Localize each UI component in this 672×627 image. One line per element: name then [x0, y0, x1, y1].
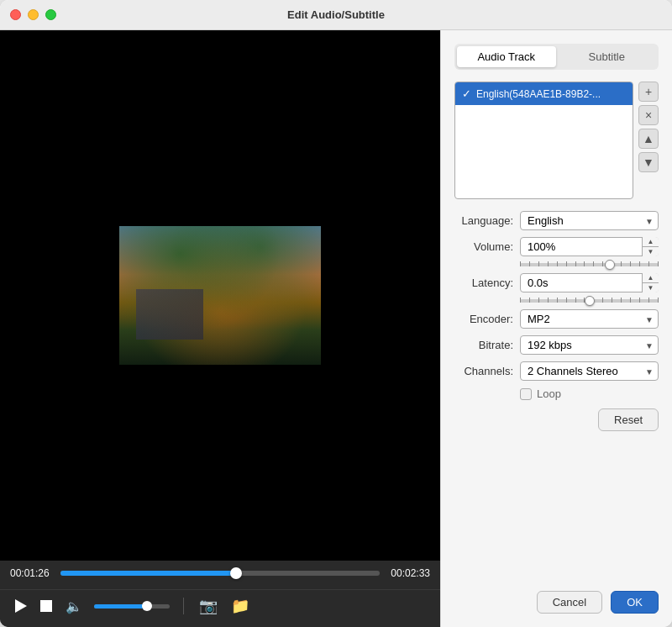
tick: [630, 261, 631, 266]
tick: [529, 298, 530, 303]
cancel-button[interactable]: Cancel: [537, 591, 602, 614]
track-list-container: ✓ English(548AAE1B-89B2-... + × ▲ ▼: [454, 82, 659, 199]
track-label: English(548AAE1B-89B2-...: [476, 88, 601, 100]
volume-spinner-arrows: ▲ ▼: [642, 237, 659, 256]
screenshot-button[interactable]: 📷: [197, 595, 219, 617]
reset-button[interactable]: Reset: [598, 408, 659, 431]
latency-row: Latency: 0.0s ▲ ▼: [454, 273, 659, 292]
move-track-down-button[interactable]: ▼: [638, 152, 659, 172]
reset-area: Reset: [454, 408, 659, 431]
latency-slider-row: [454, 299, 659, 303]
channels-row: Channels: Mono 2 Channels Stereo 5.1 Sur…: [454, 361, 659, 381]
add-track-button[interactable]: +: [638, 82, 659, 102]
channels-select-wrapper: Mono 2 Channels Stereo 5.1 Surround ▼: [520, 361, 659, 381]
loop-label: Loop: [537, 387, 561, 400]
progress-area: 00:01:26 00:02:33: [0, 561, 440, 589]
bitrate-label: Bitrate:: [454, 339, 513, 351]
volume-fill: [94, 604, 147, 609]
channels-label: Channels:: [454, 365, 513, 377]
track-checkmark: ✓: [462, 87, 471, 100]
volume-label: Volume:: [454, 240, 513, 253]
tick: [538, 261, 539, 266]
bitrate-select-wrapper: 128 kbps 192 kbps 256 kbps 320 kbps ▼: [520, 335, 659, 355]
tick: [566, 261, 567, 266]
tick: [630, 298, 631, 303]
window-controls: [10, 9, 56, 20]
bitrate-select[interactable]: 128 kbps 192 kbps 256 kbps 320 kbps: [520, 335, 659, 355]
video-panel: 00:01:26 00:02:33 🔈: [0, 30, 440, 627]
tick: [658, 261, 659, 266]
tick: [520, 298, 521, 303]
play-button[interactable]: [13, 598, 29, 614]
latency-down-arrow[interactable]: ▼: [643, 283, 659, 292]
latency-slider-track[interactable]: [520, 299, 659, 303]
tick: [520, 261, 521, 266]
current-time: 00:01:26: [10, 567, 52, 579]
video-area: [0, 30, 440, 561]
minimize-button[interactable]: [28, 9, 39, 20]
channels-select[interactable]: Mono 2 Channels Stereo 5.1 Surround: [520, 361, 659, 381]
stop-button[interactable]: [39, 598, 54, 614]
title-bar: Edit Audio/Subtitle: [0, 0, 672, 30]
maximize-button[interactable]: [45, 9, 56, 20]
latency-input[interactable]: 0.0s: [520, 273, 659, 292]
latency-up-arrow[interactable]: ▲: [643, 273, 659, 283]
latency-spinner-arrows: ▲ ▼: [642, 273, 659, 292]
volume-slider-thumb[interactable]: [605, 260, 615, 270]
tick: [639, 261, 640, 266]
tab-subtitle[interactable]: Subtitle: [558, 46, 657, 67]
right-panel: Audio Track Subtitle ✓ English(548AAE1B-…: [440, 30, 672, 627]
progress-thumb[interactable]: [230, 567, 242, 579]
volume-spinner-wrapper: 100% ▲ ▼: [520, 237, 659, 256]
tick: [557, 298, 558, 303]
volume-thumb[interactable]: [142, 601, 152, 611]
language-label: Language:: [454, 214, 513, 227]
total-time: 00:02:33: [388, 567, 430, 579]
tick: [621, 261, 622, 266]
camera-icon: 📷: [199, 597, 218, 615]
latency-slider-thumb[interactable]: [585, 296, 595, 306]
volume-slider-row: [454, 263, 659, 266]
ok-button[interactable]: OK: [611, 591, 659, 614]
progress-track[interactable]: [60, 571, 380, 576]
bitrate-row: Bitrate: 128 kbps 192 kbps 256 kbps 320 …: [454, 335, 659, 355]
language-select-wrapper: English French Spanish German ▼: [520, 211, 659, 230]
latency-label: Latency:: [454, 277, 513, 289]
bottom-buttons: Cancel OK: [454, 582, 659, 614]
tab-bar: Audio Track Subtitle: [454, 44, 659, 70]
encoder-select-wrapper: MP2 AAC MP3 AC3 ▼: [520, 309, 659, 329]
track-item[interactable]: ✓ English(548AAE1B-89B2-...: [455, 82, 633, 105]
volume-down-arrow[interactable]: ▼: [643, 247, 659, 256]
volume-up-arrow[interactable]: ▲: [643, 237, 659, 247]
tick: [602, 261, 603, 266]
tick: [566, 298, 567, 303]
volume-button[interactable]: 🔈: [64, 597, 84, 616]
controls-divider: [183, 598, 184, 614]
tick: [584, 261, 585, 266]
progress-bar-container: 00:01:26 00:02:33: [10, 567, 430, 579]
tick: [648, 261, 649, 266]
latency-spinner-wrapper: 0.0s ▲ ▼: [520, 273, 659, 292]
tick: [575, 261, 576, 266]
move-track-up-button[interactable]: ▲: [638, 129, 659, 149]
window-title: Edit Audio/Subtitle: [287, 8, 385, 21]
volume-slider-ticks: [520, 261, 659, 266]
language-select[interactable]: English French Spanish German: [520, 211, 659, 230]
remove-track-button[interactable]: ×: [638, 105, 659, 125]
loop-checkbox[interactable]: [520, 388, 532, 400]
folder-icon: 📁: [231, 597, 249, 615]
volume-slider-track[interactable]: [520, 263, 659, 266]
close-button[interactable]: [10, 9, 21, 20]
progress-fill: [60, 571, 236, 576]
tick: [548, 298, 549, 303]
volume-slider[interactable]: [94, 604, 170, 609]
track-list[interactable]: ✓ English(548AAE1B-89B2-...: [454, 82, 633, 199]
encoder-select[interactable]: MP2 AAC MP3 AC3: [520, 309, 659, 329]
tick: [593, 261, 594, 266]
tick: [658, 298, 659, 303]
loop-row: Loop: [454, 387, 659, 400]
folder-button[interactable]: 📁: [229, 595, 251, 617]
volume-icon: 🔈: [66, 598, 82, 614]
volume-input[interactable]: 100%: [520, 237, 659, 256]
tab-audio-track[interactable]: Audio Track: [457, 46, 556, 67]
